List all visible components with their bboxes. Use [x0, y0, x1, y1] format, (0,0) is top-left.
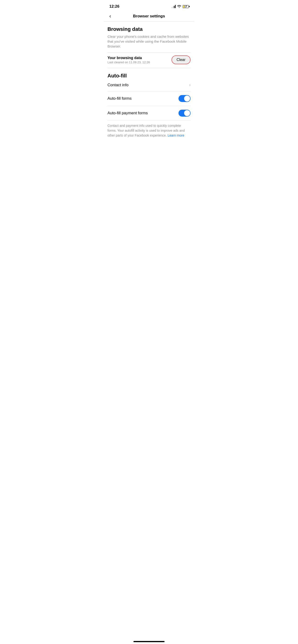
battery-icon: 17 [183, 5, 189, 8]
signal-icon [171, 5, 176, 8]
nav-header: ‹ Browser settings [104, 12, 194, 22]
status-icons: 17 [171, 5, 189, 8]
browsing-data-row: Your browsing data Last cleared on 11.09… [107, 52, 191, 68]
contact-info-label: Contact info [107, 83, 129, 88]
content: Browsing data Clear your phone's cookies… [104, 22, 194, 141]
autofill-payment-toggle[interactable] [178, 110, 191, 116]
autofill-forms-row: Auto-fill forms [107, 91, 191, 106]
browsing-data-last-cleared: Last cleared on 11.09.23, 12:26 [107, 60, 171, 64]
learn-more-link[interactable]: Learn more [168, 134, 184, 137]
chevron-right-icon: › [189, 82, 191, 88]
footer-description: Contact and payment info used to quickly… [104, 120, 194, 141]
status-bar: 12:26 17 [104, 0, 194, 12]
autofill-payment-row: Auto-fill payment forms [107, 106, 191, 120]
autofill-forms-slider [178, 95, 191, 102]
autofill-title: Auto-fill [107, 73, 191, 79]
clear-button[interactable]: Clear [171, 56, 191, 64]
autofill-payment-slider [178, 110, 191, 116]
browsing-data-description: Clear your phone's cookies and cache fro… [107, 34, 191, 49]
autofill-forms-toggle[interactable] [178, 95, 191, 102]
browsing-data-title: Browsing data [107, 26, 191, 32]
autofill-payment-label: Auto-fill payment forms [107, 111, 148, 116]
back-button[interactable]: ‹ [107, 12, 113, 20]
browsing-data-row-title: Your browsing data [107, 56, 171, 60]
autofill-section: Auto-fill Contact info › Auto-fill forms… [104, 68, 194, 120]
page-title: Browser settings [133, 14, 165, 18]
status-time: 12:26 [109, 4, 119, 9]
autofill-forms-label: Auto-fill forms [107, 96, 132, 101]
wifi-icon [177, 5, 181, 8]
contact-info-row[interactable]: Contact info › [107, 79, 191, 91]
browsing-data-section: Browsing data Clear your phone's cookies… [104, 22, 194, 68]
